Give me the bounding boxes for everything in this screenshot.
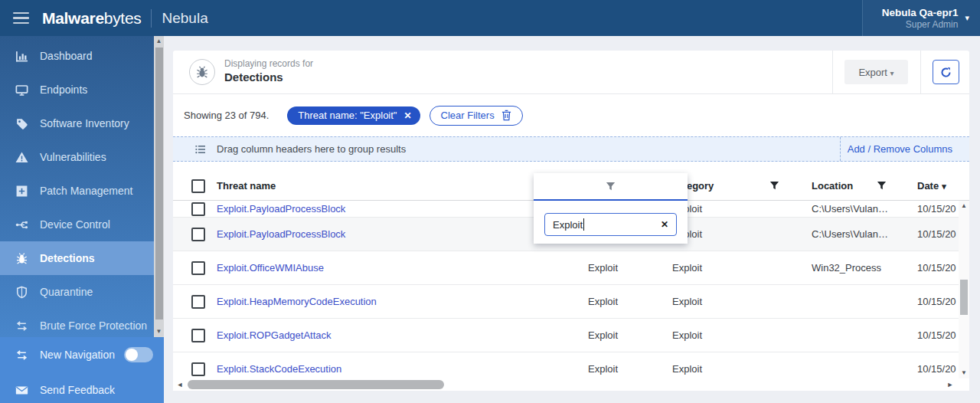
clear-input-icon[interactable]: ✕ (661, 219, 668, 230)
row-checkbox[interactable] (191, 329, 205, 342)
header-divider (920, 51, 921, 94)
filter-chip-label: Threat name: "Exploit" (298, 110, 397, 121)
bug-icon (15, 252, 28, 265)
category-filter-icon[interactable] (769, 181, 779, 193)
table-row: Exploit.HeapMemoryCodeExecution Exploit … (173, 285, 959, 319)
select-all-checkbox[interactable] (191, 179, 205, 193)
tag-icon (15, 117, 28, 130)
clear-filters-button[interactable]: Clear Filters (430, 106, 523, 126)
row-checkbox[interactable] (191, 261, 205, 275)
brand-light: bytes (104, 9, 142, 27)
add-remove-columns-link[interactable]: Add / Remove Columns (848, 143, 952, 155)
row-checkbox[interactable] (191, 362, 205, 376)
sidebar-item-device-control[interactable]: Device Control (0, 208, 154, 241)
scroll-up-icon[interactable]: ▲ (154, 36, 164, 46)
vertical-scrollbar[interactable]: ▲ ▼ (959, 201, 969, 378)
brand-bold: Malware (42, 9, 104, 27)
threat-name-filter-input[interactable]: Exploit ✕ (544, 213, 677, 236)
trash-icon (501, 110, 511, 121)
filter-summary-row: Showing 23 of 794. Threat name: "Exploit… (173, 94, 969, 136)
sidebar-item-label: Vulnerabilities (40, 151, 106, 163)
horizontal-scrollbar-thumb[interactable] (188, 380, 444, 389)
date-cell: 10/15/20 (917, 363, 956, 375)
horizontal-scrollbar[interactable]: ◄ ► (173, 378, 959, 391)
sidebar-item-endpoints[interactable]: Endpoints (0, 73, 154, 106)
group-list-icon (194, 143, 206, 156)
type-cell: Exploit (588, 262, 618, 274)
toggle-knob (126, 349, 138, 361)
threat-name-link[interactable]: Exploit.PayloadProcessBlock (217, 228, 345, 240)
sidebar: DashboardEndpointsSoftware InventoryVuln… (0, 36, 164, 403)
bar-chart-icon (15, 50, 28, 63)
account-menu[interactable]: Nebula Qa-epr1 Super Admin ▾ (862, 0, 980, 36)
record-count: Showing 23 of 794. (184, 110, 269, 121)
sidebar-item-patch-management[interactable]: Patch Management (0, 174, 154, 208)
panel-subtitle: Displaying records for (224, 58, 313, 69)
refresh-button[interactable] (933, 60, 959, 84)
sidebar-item-software-inventory[interactable]: Software Inventory (0, 106, 154, 140)
filter-chip-threat-name[interactable]: Threat name: "Exploit" ✕ (287, 106, 420, 125)
sidebar-item-quarantine[interactable]: Quarantine (0, 275, 154, 309)
sidebar-item-detections[interactable]: Detections (0, 241, 154, 275)
scroll-up-icon[interactable]: ▲ (959, 201, 969, 211)
top-bar: Malwarebytes Nebula Nebula Qa-epr1 Super… (0, 0, 980, 36)
sidebar-item-label: Device Control (40, 218, 110, 231)
panel-header: Displaying records for Detections Export… (173, 51, 969, 94)
group-drop-zone[interactable]: Drag column headers here to group result… (173, 136, 969, 162)
chevron-down-icon: ▾ (890, 69, 894, 77)
category-cell: Exploit (672, 262, 702, 274)
plus-square-icon (15, 185, 28, 198)
type-cell: Exploit (588, 329, 618, 341)
sidebar-item-label: Endpoints (40, 84, 87, 96)
hamburger-menu-icon[interactable] (13, 12, 29, 24)
table-row: Exploit.StackCodeExecution Exploit Explo… (173, 352, 959, 378)
sidebar-item-label: Send Feedback (40, 384, 115, 396)
page-title: Detections (224, 70, 283, 84)
account-text: Nebula Qa-epr1 Super Admin (882, 7, 959, 30)
new-navigation-toggle[interactable] (124, 347, 153, 362)
sidebar-nav: DashboardEndpointsSoftware InventoryVuln… (0, 36, 154, 337)
sidebar-scrollbar[interactable]: ▲ ▼ (154, 36, 164, 337)
threat-name-link[interactable]: Exploit.OfficeWMIAbuse (217, 262, 324, 274)
brand-divider (151, 9, 152, 28)
category-cell: Exploit (672, 329, 702, 341)
type-cell: Exploit (588, 363, 618, 375)
close-icon[interactable]: ✕ (404, 110, 412, 121)
threat-name-link[interactable]: Exploit.PayloadProcessBlock (217, 203, 345, 215)
scroll-right-icon[interactable]: ► (945, 378, 956, 391)
export-button[interactable]: Export ▾ (844, 60, 908, 84)
column-date[interactable]: Date▾ (917, 180, 946, 192)
malwarebytes-logo: Malwarebytes (42, 9, 141, 28)
threat-name-link[interactable]: Exploit.HeapMemoryCodeExecution (217, 296, 377, 307)
location-cell: Win32_Process (812, 262, 881, 274)
column-filter-popup: Exploit ✕ (534, 173, 688, 244)
sidebar-item-label: Quarantine (40, 286, 93, 298)
row-checkbox[interactable] (191, 202, 205, 216)
column-location[interactable]: Location (812, 180, 853, 192)
threat-name-link[interactable]: Exploit.StackCodeExecution (217, 363, 341, 375)
sidebar-item-vulnerabilities[interactable]: Vulnerabilities (0, 140, 154, 174)
scroll-left-icon[interactable]: ◄ (175, 378, 185, 391)
sidebar-item-label: New Navigation (40, 349, 115, 361)
sidebar-item-send-feedback[interactable]: Send Feedback (0, 372, 164, 403)
sidebar-footer: New NavigationSend Feedback (0, 337, 164, 403)
sidebar-scrollbar-thumb[interactable] (155, 48, 163, 319)
location-filter-icon[interactable] (877, 181, 887, 193)
row-checkbox[interactable] (191, 228, 205, 241)
sidebar-item-new-navigation[interactable]: New Navigation (0, 337, 164, 372)
column-threat-name[interactable]: Threat name (217, 180, 276, 192)
scroll-down-icon[interactable]: ▼ (154, 326, 164, 336)
sidebar-item-dashboard[interactable]: Dashboard (0, 39, 154, 73)
category-cell: Exploit (672, 296, 702, 307)
envelope-icon (15, 384, 28, 397)
popup-filter-header (534, 173, 688, 201)
row-checkbox[interactable] (191, 295, 205, 309)
vertical-scrollbar-thumb[interactable] (960, 280, 968, 315)
scroll-down-icon[interactable]: ▼ (959, 368, 969, 378)
date-cell: 10/15/20 (917, 228, 956, 240)
account-role: Super Admin (882, 19, 959, 30)
category-cell: Exploit (672, 363, 702, 375)
chevron-down-icon: ▾ (965, 13, 969, 23)
threat-name-link[interactable]: Exploit.ROPGadgetAttack (217, 329, 332, 341)
group-bar-right: Add / Remove Columns (840, 137, 969, 161)
